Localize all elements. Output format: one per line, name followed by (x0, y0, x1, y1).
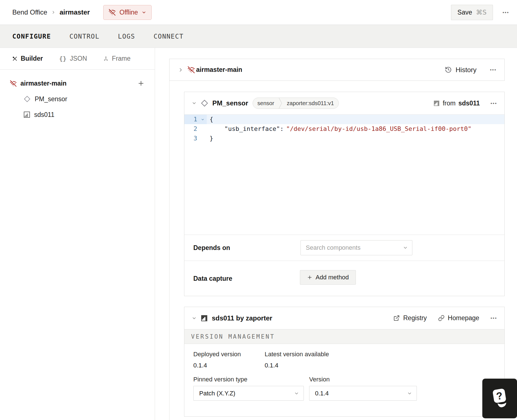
version-management-band: VERSION MANAGEMENT (184, 329, 504, 344)
line-number: 2 (184, 124, 198, 134)
history-button[interactable]: History (445, 66, 476, 74)
from-prefix: from (443, 100, 455, 107)
depends-on-section: Depends on (184, 235, 504, 261)
add-component-button[interactable] (137, 80, 145, 87)
from-module[interactable]: from sds011 (433, 100, 480, 107)
save-button[interactable]: Save ⌘S (451, 5, 493, 20)
chevron-down-icon (201, 118, 205, 121)
chevron-right-icon[interactable] (178, 67, 184, 73)
badge-type: sensor (253, 100, 279, 107)
component-header: PM_sensor sensor zaporter:sds011:v1 from… (184, 92, 504, 114)
module-menu-button[interactable]: ••• (490, 316, 497, 320)
homepage-label: Homepage (448, 314, 480, 322)
help-button[interactable]: ? (482, 379, 517, 418)
config-sidebar: Builder {} JSON Frame airmaster-main P (0, 48, 155, 420)
tree-item-part[interactable]: airmaster-main (0, 75, 155, 91)
view-json[interactable]: {} JSON (59, 55, 87, 62)
view-json-label: JSON (70, 55, 87, 62)
version-value: 0.1.4 (315, 390, 329, 397)
component-menu-button[interactable]: ••• (490, 101, 497, 106)
part-group-rail (169, 81, 170, 420)
attributes-code-editor[interactable]: 1 { 2 "usb_interface":"/dev/serial/by-id… (184, 114, 504, 235)
pinned-type-value: Patch (X.Y.Z) (199, 390, 235, 397)
save-shortcut: ⌘S (476, 9, 487, 16)
module-actions: Registry Homepage ••• (393, 314, 497, 322)
pinned-type-dropdown[interactable]: Patch (X.Y.Z) (193, 386, 304, 401)
deployed-version-value: 0.1.4 (193, 362, 265, 369)
code-line: 1 { (184, 115, 504, 124)
tab-configure[interactable]: CONFIGURE (12, 33, 51, 40)
component-diamond-icon (201, 99, 208, 107)
tools-icon (12, 56, 17, 61)
chevron-down-icon (294, 391, 299, 396)
tree-item-sds011[interactable]: sds011 (0, 107, 155, 122)
breadcrumb: Bend Office airmaster (12, 8, 90, 16)
code-text: } (207, 134, 213, 143)
tree-part-label: airmaster-main (20, 80, 67, 87)
external-link-icon (393, 315, 400, 321)
badge-divider (279, 98, 282, 109)
code-line: 2 "usb_interface":"/dev/serial/by-id/usb… (184, 124, 504, 134)
tab-logs[interactable]: LOGS (118, 33, 135, 40)
config-main: airmaster-main History ••• PM_sensor sen… (155, 48, 517, 420)
status-label: Offline (119, 9, 138, 16)
latest-version-value: 0.1.4 (265, 362, 278, 369)
component-card: PM_sensor sensor zaporter:sds011:v1 from… (184, 92, 505, 296)
chevron-down-icon[interactable] (192, 316, 197, 321)
part-menu-button[interactable]: ••• (490, 67, 497, 72)
component-type-badge: sensor zaporter:sds011:v1 (253, 98, 339, 109)
component-tree: airmaster-main PM_sensor sds011 (0, 70, 155, 122)
tab-control[interactable]: CONTROL (69, 33, 99, 40)
json-key: "usb_interface": (224, 125, 284, 132)
plus-icon (307, 275, 312, 280)
view-builder-label: Builder (21, 55, 43, 62)
code-line: 3 } (184, 134, 504, 143)
part-actions: History ••• (445, 66, 497, 74)
help-sticker-icon: ? (489, 387, 510, 410)
chevron-down-icon[interactable] (192, 101, 197, 106)
from-module-name: sds011 (458, 100, 480, 107)
tree-item-pm-sensor[interactable]: PM_sensor (0, 91, 155, 107)
view-frame-label: Frame (112, 55, 130, 62)
depends-on-label: Depends on (193, 244, 230, 252)
component-actions: from sds011 ••• (433, 100, 497, 107)
version-labels-row: Deployed version Latest version availabl… (193, 351, 495, 358)
wifi-off-icon (187, 66, 195, 74)
top-bar: Bend Office airmaster Offline Save ⌘S ••… (0, 0, 517, 25)
link-icon (438, 315, 445, 321)
history-icon (445, 66, 452, 73)
data-capture-section: Data capture Add method (184, 261, 504, 296)
pin-labels-row: Pinned version type Version (193, 376, 495, 383)
wifi-off-icon (10, 80, 17, 87)
search-components-input[interactable] (300, 240, 412, 255)
fold-toggle[interactable] (198, 115, 207, 124)
add-method-label: Add method (316, 274, 349, 281)
add-method-button[interactable]: Add method (300, 270, 356, 285)
view-builder[interactable]: Builder (12, 55, 43, 62)
braces-icon: {} (59, 55, 67, 62)
top-menu-button[interactable]: ••• (502, 10, 509, 15)
machine-status-dropdown[interactable]: Offline (103, 5, 152, 20)
pin-dropdowns-row: Patch (X.Y.Z) 0.1.4 (193, 386, 495, 401)
module-title: sds011 by zaporter (212, 314, 272, 322)
line-number: 1 (184, 115, 198, 124)
plus-icon (137, 80, 145, 87)
version-dropdown[interactable]: 0.1.4 (309, 386, 417, 401)
registry-link[interactable]: Registry (393, 314, 427, 322)
version-values-row: 0.1.4 0.1.4 (193, 362, 495, 369)
chevron-down-icon (407, 391, 412, 396)
tree-child-label: PM_sensor (35, 95, 67, 103)
breadcrumb-org[interactable]: Bend Office (12, 8, 47, 16)
code-text: { (207, 115, 213, 124)
part-title: airmaster-main (196, 66, 242, 74)
homepage-link[interactable]: Homepage (438, 314, 480, 322)
line-number: 3 (184, 134, 198, 143)
save-label: Save (457, 9, 472, 16)
view-frame[interactable]: Frame (103, 55, 130, 62)
tab-connect[interactable]: CONNECT (154, 33, 184, 40)
top-bar-actions: Save ⌘S ••• (451, 5, 509, 20)
version-management-title: VERSION MANAGEMENT (191, 333, 275, 340)
version-label: Version (309, 376, 330, 383)
component-title: PM_sensor (212, 99, 248, 107)
code-text: "usb_interface":"/dev/serial/by-id/usb-1… (207, 124, 471, 134)
